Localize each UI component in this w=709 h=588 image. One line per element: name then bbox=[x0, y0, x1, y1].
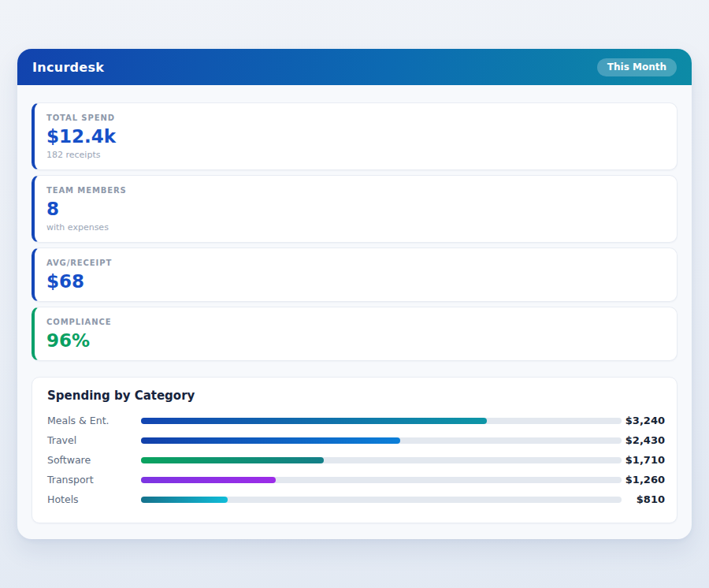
stat-subtext: 182 receipts bbox=[46, 150, 665, 160]
bar-track bbox=[141, 418, 622, 424]
stat-card-team-members: TEAM MEMBERS 8 with expenses bbox=[32, 175, 677, 243]
stat-value: 8 bbox=[46, 199, 665, 219]
dashboard-card: Incurdesk This Month TOTAL SPEND $12.4k … bbox=[17, 49, 692, 539]
bar-fill bbox=[141, 497, 228, 503]
bar-fill bbox=[141, 418, 487, 424]
stat-label: TOTAL SPEND bbox=[46, 113, 665, 123]
chart-row: Meals & Ent. $3,240 bbox=[47, 411, 665, 430]
stat-subtext: with expenses bbox=[46, 222, 665, 233]
stat-label: AVG/RECEIPT bbox=[46, 258, 665, 268]
stat-label: TEAM MEMBERS bbox=[46, 185, 665, 195]
chart-title: Spending by Category bbox=[47, 389, 665, 403]
category-label: Meals & Ent. bbox=[47, 415, 141, 426]
period-badge[interactable]: This Month bbox=[597, 58, 677, 76]
category-label: Travel bbox=[47, 434, 141, 446]
chart-row: Transport $1,260 bbox=[47, 470, 665, 489]
chart-row: Hotels $810 bbox=[47, 489, 665, 509]
stat-label: COMPLIANCE bbox=[46, 317, 665, 327]
app-title: Incurdesk bbox=[32, 60, 104, 75]
bar-track bbox=[141, 477, 622, 483]
category-value: $810 bbox=[622, 493, 665, 505]
stat-card-total-spend: TOTAL SPEND $12.4k 182 receipts bbox=[32, 102, 677, 170]
category-value: $1,710 bbox=[622, 454, 665, 466]
stat-card-compliance: COMPLIANCE 96% bbox=[32, 307, 677, 361]
dashboard-content: TOTAL SPEND $12.4k 182 receipts TEAM MEM… bbox=[17, 85, 692, 523]
app-header: Incurdesk This Month bbox=[17, 49, 692, 85]
stat-value: $12.4k bbox=[46, 126, 665, 147]
bar-track bbox=[141, 457, 622, 463]
bar-track bbox=[141, 437, 622, 444]
stat-value: 96% bbox=[46, 330, 665, 351]
bar-track bbox=[141, 497, 622, 503]
category-value: $1,260 bbox=[622, 474, 665, 486]
category-value: $2,430 bbox=[622, 434, 665, 446]
category-label: Hotels bbox=[47, 493, 141, 505]
category-value: $3,240 bbox=[622, 415, 665, 426]
spending-by-category-card: Spending by Category Meals & Ent. $3,240… bbox=[32, 377, 677, 523]
category-label: Transport bbox=[47, 474, 141, 486]
bar-fill bbox=[141, 437, 400, 444]
category-label: Software bbox=[47, 454, 141, 466]
stat-value: $68 bbox=[46, 271, 665, 292]
stat-card-avg-receipt: AVG/RECEIPT $68 bbox=[32, 247, 677, 302]
bar-fill bbox=[141, 477, 276, 483]
chart-row: Travel $2,430 bbox=[47, 430, 665, 450]
chart-row: Software $1,710 bbox=[47, 450, 665, 470]
bar-fill bbox=[141, 457, 324, 463]
